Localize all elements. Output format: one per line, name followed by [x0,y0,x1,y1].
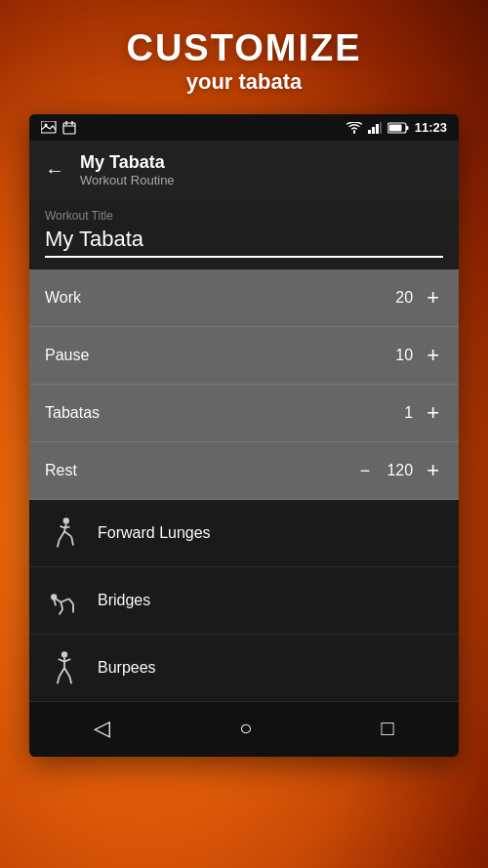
svg-line-22 [56,599,61,602]
status-time: 11:23 [415,120,447,135]
work-controls: 20 + [386,283,443,312]
svg-line-36 [69,677,71,683]
svg-rect-8 [376,124,379,134]
tabatas-plus-button[interactable]: + [423,398,443,428]
settings-section: Work 20 + Pause 10 + Tabatas 1 + Rest [29,269,459,500]
workout-title-label: Workout Title [45,209,443,223]
app-header: ← My Tabata Workout Routine [29,141,459,199]
header-title: My Tabata [80,152,175,173]
pause-controls: 10 + [386,341,443,370]
header-title-group: My Tabata Workout Routine [80,152,175,187]
exercise-name-bridges: Bridges [98,592,150,609]
svg-line-20 [71,537,73,546]
burpees-icon [45,648,84,687]
rest-plus-button[interactable]: + [423,456,443,485]
battery-icon [387,122,409,134]
svg-rect-7 [372,127,375,134]
svg-line-28 [54,599,56,605]
tabatas-value: 1 [386,404,413,422]
rest-minus-button[interactable]: − [354,459,377,483]
rest-controls: − 120 + [354,456,443,485]
wifi-icon [346,122,362,134]
svg-rect-11 [406,126,409,130]
nav-bar: ◁ ○ □ [29,702,459,757]
svg-line-18 [64,531,71,536]
svg-rect-6 [368,130,371,134]
svg-line-35 [58,677,60,683]
image-icon [41,121,57,134]
svg-line-24 [69,599,74,603]
status-bar: 11:23 [29,114,459,141]
work-label: Work [45,289,81,307]
bridges-icon [45,581,84,620]
tabatas-row: Tabatas 1 + [29,385,459,442]
rest-value: 120 [386,462,413,479]
work-row: Work 20 + [29,269,459,327]
workout-title-input[interactable] [45,227,443,258]
pause-value: 10 [386,347,413,364]
workout-title-section: Workout Title [29,199,459,269]
exercise-item-bridges[interactable]: Bridges [29,567,459,635]
svg-line-34 [64,668,69,677]
work-plus-button[interactable]: + [423,283,443,312]
calendar-icon [62,121,76,135]
svg-line-15 [61,526,65,528]
svg-line-32 [64,659,70,662]
svg-line-25 [61,602,62,609]
exercise-item-burpees[interactable]: Burpees [29,635,459,702]
tabatas-controls: 1 + [386,398,443,428]
rest-label: Rest [45,462,77,479]
svg-line-23 [61,599,68,602]
exercise-item-lunges[interactable]: Forward Lunges [29,500,459,567]
exercise-name-burpees: Burpees [98,659,156,677]
nav-home-button[interactable]: ○ [220,712,271,745]
tabatas-label: Tabatas [45,404,100,422]
svg-rect-2 [63,123,75,134]
svg-line-19 [58,540,60,547]
back-button[interactable]: ← [45,159,64,182]
svg-line-16 [64,527,69,528]
phone-card: 11:23 ← My Tabata Workout Routine Workou… [29,114,459,757]
pause-row: Pause 10 + [29,327,459,385]
nav-recent-button[interactable]: □ [362,712,414,745]
signal-icon [368,122,382,134]
svg-rect-12 [388,124,401,131]
status-left-icons [41,121,76,135]
nav-back-button[interactable]: ◁ [74,712,130,745]
svg-line-33 [60,668,64,677]
pause-label: Pause [45,347,89,364]
exercise-name-lunges: Forward Lunges [98,524,211,542]
rest-row: Rest − 120 + [29,442,459,500]
svg-rect-9 [380,122,382,134]
work-value: 20 [386,289,413,307]
svg-point-13 [63,517,69,523]
svg-line-17 [60,531,64,540]
header-subtitle: Workout Routine [80,173,175,187]
headline-section: CUSTOMIZE your tabata [0,0,488,114]
pause-plus-button[interactable]: + [423,341,443,370]
exercise-list: Forward Lunges Bridges [29,500,459,702]
headline-title: CUSTOMIZE [0,27,488,69]
status-right-icons: 11:23 [346,120,447,135]
svg-line-26 [60,609,63,614]
lunges-icon [45,514,84,553]
svg-point-29 [61,651,67,657]
headline-subtitle: your tabata [0,69,488,95]
svg-line-31 [59,659,64,662]
